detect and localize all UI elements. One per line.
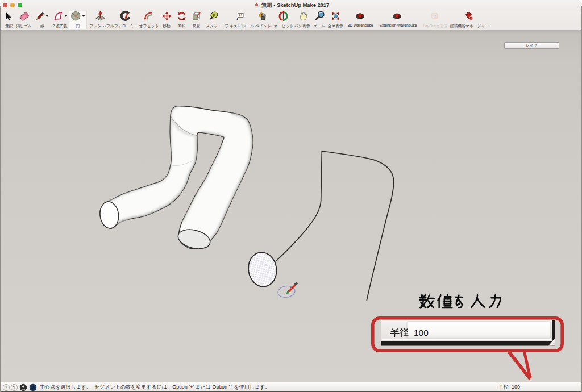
svg-text:100: 100 [414,328,429,337]
svg-text:A1: A1 [239,14,242,17]
svg-text:?: ? [5,385,8,390]
